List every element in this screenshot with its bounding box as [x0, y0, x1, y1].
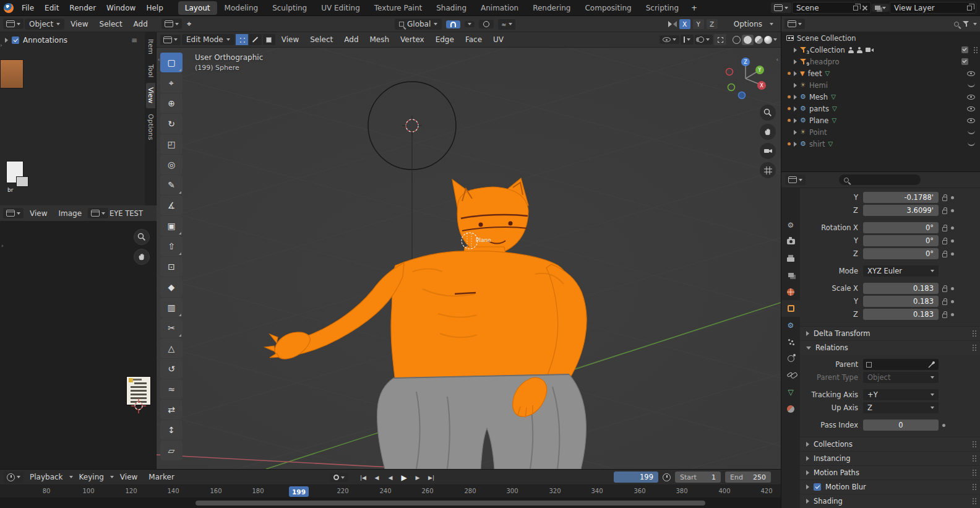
grid-ortho-icon[interactable] — [760, 162, 776, 178]
lock-icon[interactable] — [942, 240, 947, 244]
mirror-z-toggle[interactable]: Z — [707, 19, 718, 29]
shading-wireframe-button[interactable] — [733, 36, 741, 44]
tool-transform[interactable]: ◎ — [160, 155, 183, 174]
menu-view[interactable]: View — [277, 35, 304, 44]
tab-world[interactable] — [781, 283, 800, 300]
outliner-row-scene-collection[interactable]: Scene Collection — [781, 32, 980, 44]
xray-toggle[interactable] — [714, 34, 726, 45]
falloff-dropdown[interactable]: ≈ — [498, 19, 515, 30]
hide-eye-toggle[interactable] — [967, 71, 975, 76]
mirror-y-toggle[interactable]: Y — [693, 19, 704, 29]
tool-poly-build[interactable]: △ — [160, 338, 183, 358]
shading-solid-button[interactable] — [742, 35, 754, 45]
editor-type-button[interactable] — [784, 19, 805, 29]
scene-name-field[interactable]: Scene — [792, 2, 871, 14]
tab-view-layer[interactable] — [781, 267, 800, 283]
disclosure-icon[interactable] — [794, 83, 797, 88]
shading-material-button[interactable] — [755, 36, 763, 44]
motion-blur-checkbox[interactable] — [814, 483, 821, 491]
menu-add[interactable]: Add — [339, 35, 363, 44]
workspace-tab-compositing[interactable]: Compositing — [578, 1, 638, 15]
disclosure-icon[interactable] — [5, 38, 8, 43]
filter-icon[interactable] — [963, 20, 969, 27]
blender-logo-icon[interactable] — [4, 3, 14, 13]
tool-shrink-fatten[interactable]: ↕ — [160, 420, 183, 440]
sidebar-tab-item[interactable]: Item — [146, 35, 155, 59]
workspace-tab-texture-paint[interactable]: Texture Paint — [368, 1, 429, 15]
animate-dot-icon[interactable] — [951, 196, 954, 199]
scale-y-field[interactable]: 0.183 — [863, 296, 939, 307]
panel-instancing[interactable]: Instancing — [800, 451, 980, 465]
lock-icon[interactable] — [942, 227, 947, 231]
snap-settings-dropdown[interactable] — [465, 21, 475, 27]
view-layer-field[interactable]: View Layer — [890, 2, 976, 14]
panel-delta-transform[interactable]: Delta Transform — [800, 326, 980, 340]
disclosure-icon[interactable] — [794, 95, 797, 100]
rotation-y-field[interactable]: 0° — [863, 235, 939, 246]
transform-orientation-dropdown[interactable]: Global — [395, 19, 442, 30]
hide-eye-closed-toggle[interactable] — [968, 84, 975, 87]
outliner-row-feet[interactable]: ▼ feet ▽ — [781, 67, 980, 79]
disclosure-icon[interactable] — [794, 130, 797, 135]
lock-icon[interactable] — [942, 301, 947, 305]
animate-dot-icon[interactable] — [951, 287, 954, 290]
timeline-ruler[interactable]: 80 100 120 140 160 180 199 220 240 260 2… — [0, 485, 781, 498]
edit-mode-dropdown[interactable]: Edit Mode — [182, 34, 234, 45]
location-z-field[interactable]: 3.6099' — [863, 205, 939, 216]
start-frame-field[interactable]: Start 1 — [675, 471, 721, 483]
animate-dot-icon[interactable] — [951, 239, 954, 243]
jump-to-end-button[interactable]: ▶| — [425, 472, 437, 483]
panel-collections[interactable]: Collections — [800, 437, 980, 451]
hide-eye-toggle[interactable] — [967, 118, 975, 123]
workspace-tab-shading[interactable]: Shading — [429, 1, 473, 15]
hide-eye-toggle[interactable] — [967, 106, 975, 111]
prev-frame-button[interactable]: ◀ — [384, 472, 397, 483]
menu-marker[interactable]: Marker — [144, 473, 179, 481]
view-layer-selector-icon[interactable] — [872, 4, 889, 12]
disclosure-icon[interactable] — [794, 118, 797, 123]
scale-z-field[interactable]: 0.183 — [863, 309, 939, 320]
sidebar-tab-tool[interactable]: Tool — [146, 60, 155, 82]
annotations-checkbox[interactable] — [12, 37, 19, 44]
zoom-icon[interactable] — [134, 229, 150, 245]
sidebar-tab-view[interactable]: View — [146, 83, 155, 108]
play-button[interactable]: ▶ — [398, 472, 410, 483]
face-select-button[interactable] — [263, 34, 275, 45]
zoom-icon[interactable] — [760, 105, 776, 121]
tool-select-box[interactable]: ▢ — [160, 53, 183, 72]
workspace-tab-modeling[interactable]: Modeling — [218, 1, 265, 15]
pan-hand-icon[interactable] — [134, 249, 150, 265]
menu-render[interactable]: Render — [64, 4, 101, 12]
menu-view[interactable]: View — [115, 473, 142, 481]
tool-move[interactable]: ⊕ — [160, 93, 183, 113]
workspace-tab-layout[interactable]: Layout — [178, 1, 217, 15]
workspace-tab-uv-editing[interactable]: UV Editing — [314, 1, 367, 15]
hide-eye-toggle[interactable] — [967, 95, 975, 100]
panel-motion-paths[interactable]: Motion Paths — [800, 465, 980, 480]
add-workspace-button[interactable]: + — [686, 1, 702, 15]
options-dropdown[interactable]: Options — [729, 20, 767, 28]
animate-dot-icon[interactable] — [951, 209, 954, 212]
rotation-x-field[interactable]: 0° — [863, 222, 939, 233]
lock-icon[interactable] — [942, 288, 947, 292]
sidebar-tab-options[interactable]: Options — [146, 110, 155, 144]
panel-relations[interactable]: Relations — [800, 340, 980, 355]
lock-icon[interactable] — [942, 210, 947, 214]
search-icon[interactable] — [954, 22, 959, 27]
menu-file[interactable]: File — [17, 4, 39, 12]
outliner-row-hemi[interactable]: ☀ Hemi — [781, 79, 980, 91]
lock-icon[interactable] — [942, 253, 947, 257]
location-y-field[interactable]: -0.1788' — [863, 192, 939, 203]
tool-annotate[interactable]: ✎ — [160, 175, 183, 195]
outliner-row-pants[interactable]: ⚙ pants ▽ — [781, 103, 980, 114]
prev-keyframe-button[interactable]: ◀ — [371, 472, 383, 483]
snap-toggle[interactable] — [446, 20, 460, 28]
auto-keying-button[interactable] — [330, 473, 348, 482]
menu-playback[interactable]: Playback — [25, 473, 68, 481]
tab-material[interactable] — [781, 400, 800, 417]
panel-shading[interactable]: Shading — [800, 494, 980, 508]
animate-dot-icon[interactable] — [951, 313, 954, 316]
current-frame-field[interactable]: 199 — [614, 471, 658, 483]
active-tool-cursor-icon[interactable]: ⌖ — [187, 19, 191, 29]
tab-tool[interactable]: ⚙ — [781, 217, 800, 233]
